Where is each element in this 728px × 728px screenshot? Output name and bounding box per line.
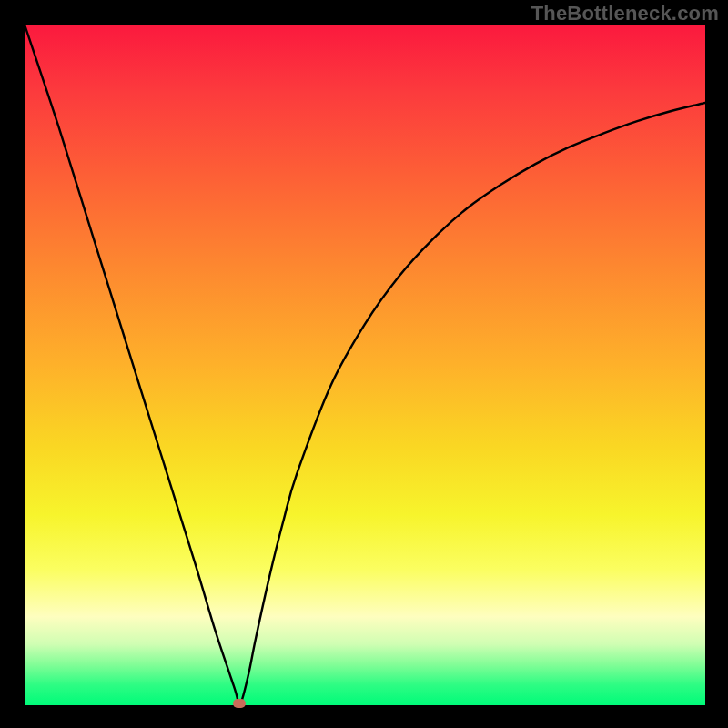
attribution-label: TheBottleneck.com bbox=[531, 2, 719, 25]
bottleneck-curve bbox=[25, 25, 705, 703]
plot-area bbox=[25, 25, 705, 705]
chart-frame: TheBottleneck.com bbox=[0, 0, 728, 728]
curve-layer bbox=[25, 25, 705, 705]
minimum-marker bbox=[233, 699, 246, 708]
